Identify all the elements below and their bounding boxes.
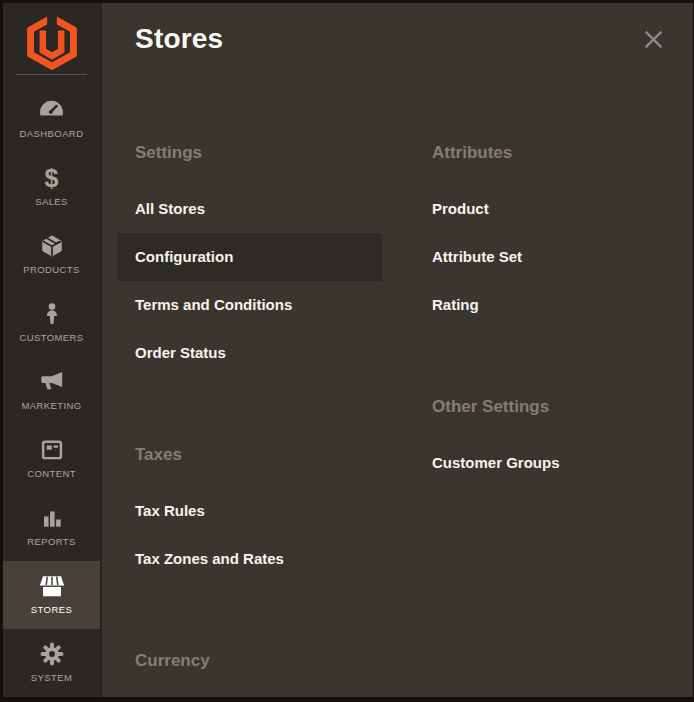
section-attributes: Attributes Product Attribute Set Rating [414, 131, 679, 329]
marketing-megaphone-icon [38, 368, 65, 396]
sidebar-item-marketing[interactable]: MARKETING [3, 357, 100, 425]
flyout-title: Stores [135, 23, 223, 54]
sidebar-item-content[interactable]: CONTENT [3, 425, 100, 493]
customers-person-icon [40, 300, 64, 328]
section-title: Other Settings [414, 385, 679, 429]
link-all-stores[interactable]: All Stores [117, 185, 382, 233]
sidebar-item-stores[interactable]: STORES [3, 561, 100, 629]
sidebar-item-system[interactable]: SYSTEM [3, 629, 100, 697]
logo-button[interactable] [3, 3, 100, 74]
stores-flyout-panel: Stores Settings All Stores Configuration… [100, 3, 693, 697]
sidebar-divider [16, 74, 87, 75]
sidebar-item-label: CUSTOMERS [19, 332, 83, 343]
sidebar-item-label: CONTENT [27, 468, 76, 479]
close-button[interactable] [641, 29, 665, 53]
stores-storefront-icon [38, 572, 66, 600]
magento-admin-app: DASHBOARD $ SALES PRODUCTS [3, 3, 693, 697]
link-tax-zones-and-rates[interactable]: Tax Zones and Rates [117, 535, 382, 583]
sales-dollar-icon: $ [45, 164, 59, 192]
sidebar-item-customers[interactable]: CUSTOMERS [3, 289, 100, 357]
magento-logo-icon [27, 14, 77, 74]
link-order-status[interactable]: Order Status [117, 329, 382, 377]
section-title: Taxes [117, 433, 382, 477]
sidebar-item-products[interactable]: PRODUCTS [3, 221, 100, 289]
sidebar-item-label: SALES [35, 196, 68, 207]
sidebar-item-label: SYSTEM [31, 672, 72, 683]
section-title: Attributes [414, 131, 679, 175]
system-gear-icon [39, 640, 65, 668]
content-layout-icon [39, 436, 65, 464]
sidebar-item-label: STORES [31, 604, 72, 615]
reports-chart-icon [39, 504, 65, 532]
section-other-settings: Other Settings Customer Groups [414, 385, 679, 487]
link-terms-and-conditions[interactable]: Terms and Conditions [117, 281, 382, 329]
section-title: Settings [117, 131, 382, 175]
section-title: Currency [117, 639, 382, 683]
sidebar-nav: DASHBOARD $ SALES PRODUCTS [3, 85, 100, 697]
flyout-header: Stores [102, 3, 693, 79]
products-box-icon [39, 232, 65, 260]
sidebar-item-reports[interactable]: REPORTS [3, 493, 100, 561]
flyout-column-left: Settings All Stores Configuration Terms … [117, 131, 382, 697]
sidebar-item-dashboard[interactable]: DASHBOARD [3, 85, 100, 153]
screen: DASHBOARD $ SALES PRODUCTS [0, 0, 694, 702]
section-taxes: Taxes Tax Rules Tax Zones and Rates [117, 433, 382, 583]
dashboard-gauge-icon [38, 96, 65, 124]
close-x-icon [643, 29, 664, 53]
link-product[interactable]: Product [414, 185, 679, 233]
section-settings: Settings All Stores Configuration Terms … [117, 131, 382, 377]
link-currency-rates[interactable]: Currency Rates [117, 693, 382, 697]
flyout-columns: Settings All Stores Configuration Terms … [102, 131, 693, 697]
section-currency: Currency Currency Rates [117, 639, 382, 697]
sidebar-item-label: REPORTS [27, 536, 76, 547]
link-attribute-set[interactable]: Attribute Set [414, 233, 679, 281]
link-tax-rules[interactable]: Tax Rules [117, 487, 382, 535]
sidebar-item-label: MARKETING [21, 400, 81, 411]
flyout-column-right: Attributes Product Attribute Set Rating … [414, 131, 679, 487]
sidebar: DASHBOARD $ SALES PRODUCTS [3, 3, 100, 697]
sidebar-item-sales[interactable]: $ SALES [3, 153, 100, 221]
sidebar-item-label: DASHBOARD [20, 128, 84, 139]
link-customer-groups[interactable]: Customer Groups [414, 439, 679, 487]
sidebar-item-label: PRODUCTS [23, 264, 80, 275]
link-rating[interactable]: Rating [414, 281, 679, 329]
link-configuration[interactable]: Configuration [117, 233, 382, 281]
